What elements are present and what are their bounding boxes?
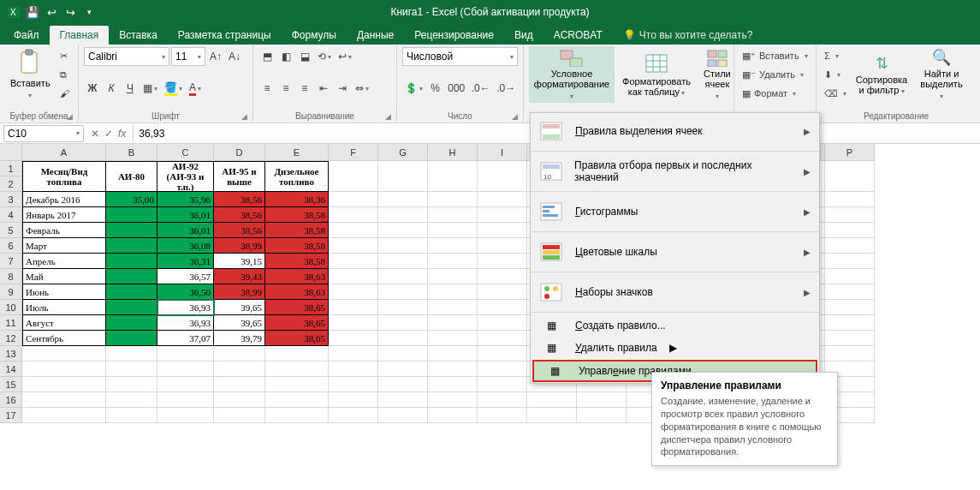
cell[interactable] — [478, 254, 527, 269]
cell[interactable] — [478, 238, 527, 254]
cell[interactable]: 35,96 — [157, 192, 214, 207]
cf-clear-rules[interactable]: ▦ Удалить правила ▶ — [531, 337, 819, 359]
cell[interactable] — [106, 269, 157, 284]
row-header[interactable]: 12 — [0, 331, 22, 346]
tell-me[interactable]: 💡Что вы хотите сделать? — [613, 26, 763, 45]
cell[interactable] — [22, 408, 106, 423]
cell[interactable]: 38,56 — [214, 207, 265, 223]
cell[interactable] — [329, 331, 378, 346]
cell[interactable] — [478, 408, 527, 423]
cell[interactable]: 39,15 — [214, 254, 265, 269]
cell[interactable] — [428, 161, 478, 192]
shrink-font-icon[interactable]: A↓ — [226, 47, 243, 66]
underline-button[interactable]: Ч — [122, 79, 139, 98]
save-icon[interactable]: 💾 — [24, 3, 41, 21]
align-top-icon[interactable]: ⬒ — [258, 47, 276, 66]
cell[interactable] — [265, 392, 329, 408]
cell[interactable] — [378, 331, 428, 346]
cell[interactable] — [329, 207, 378, 223]
row-header[interactable]: 6 — [0, 238, 22, 254]
cell[interactable]: 38,58 — [265, 207, 329, 223]
cell[interactable] — [378, 362, 428, 377]
cell[interactable] — [428, 408, 478, 423]
cell[interactable] — [106, 362, 157, 377]
increase-indent-icon[interactable]: ⇥ — [334, 79, 351, 98]
cf-top-bottom-rules[interactable]: 10 Правила отбора первых и последних зна… — [531, 153, 819, 189]
cell[interactable] — [106, 254, 157, 269]
cell[interactable]: 38,63 — [265, 269, 329, 284]
cell[interactable]: 36,01 — [157, 223, 214, 238]
italic-button[interactable]: К — [103, 79, 120, 98]
cf-data-bars[interactable]: Гистограммы ▶ — [531, 194, 819, 230]
cell[interactable] — [428, 315, 478, 331]
cell[interactable] — [378, 269, 428, 284]
cell[interactable] — [106, 223, 157, 238]
tab-home[interactable]: Главная — [50, 26, 110, 45]
row-header[interactable]: 3 — [0, 192, 22, 207]
tab-view[interactable]: Вид — [504, 26, 543, 45]
cell[interactable] — [214, 408, 265, 423]
cell[interactable] — [825, 238, 875, 254]
cancel-formula-icon[interactable]: ✕ — [91, 128, 99, 140]
cell[interactable] — [428, 269, 478, 284]
cell[interactable]: 38,99 — [214, 284, 265, 300]
cell[interactable] — [157, 392, 214, 408]
cell[interactable]: АИ-92 (АИ-93 и т.п.) — [157, 161, 214, 192]
row-header[interactable]: 7 — [0, 254, 22, 269]
cell[interactable]: 36,31 — [157, 254, 214, 269]
wrap-text-icon[interactable]: ↩ — [336, 47, 354, 66]
cell[interactable] — [825, 223, 875, 238]
cell[interactable] — [428, 362, 478, 377]
row-header[interactable]: 10 — [0, 300, 22, 315]
cell[interactable] — [157, 362, 214, 377]
row-header[interactable]: 1 — [0, 161, 22, 176]
cell[interactable]: 38,36 — [265, 192, 329, 207]
cell[interactable]: 39,79 — [214, 331, 265, 346]
align-middle-icon[interactable]: ◧ — [277, 47, 294, 66]
cell[interactable] — [106, 315, 157, 331]
column-header[interactable]: F — [329, 144, 378, 161]
cell[interactable] — [378, 238, 428, 254]
cell[interactable] — [329, 238, 378, 254]
paste-button[interactable]: Вставить — [5, 46, 56, 103]
cell[interactable]: 36,08 — [157, 238, 214, 254]
cell[interactable] — [329, 346, 378, 362]
autosum-button[interactable]: Σ — [822, 46, 849, 65]
cell[interactable]: 39,65 — [214, 300, 265, 315]
tab-formulas[interactable]: Формулы — [282, 26, 347, 45]
cell[interactable] — [378, 284, 428, 300]
fx-icon[interactable]: fx — [118, 128, 126, 140]
cell[interactable] — [478, 284, 527, 300]
cell[interactable] — [329, 300, 378, 315]
sort-filter-button[interactable]: ⇅ Сортировка и фильтр — [852, 46, 911, 103]
cf-color-scales[interactable]: Цветовые шкалы ▶ — [531, 234, 819, 270]
cell[interactable]: 38,65 — [265, 315, 329, 331]
cell[interactable] — [478, 315, 527, 331]
cell[interactable] — [428, 346, 478, 362]
cell[interactable] — [527, 392, 577, 408]
font-name-combo[interactable]: Calibri▾ — [84, 47, 169, 66]
cell[interactable]: 35,00 — [106, 192, 157, 207]
cell[interactable] — [265, 346, 329, 362]
cell[interactable] — [428, 392, 478, 408]
redo-icon[interactable]: ↪ — [62, 3, 79, 21]
delete-cells-button[interactable]: ▦⁻Удалить — [739, 65, 811, 84]
cell[interactable] — [378, 207, 428, 223]
cell[interactable]: Месяц/Вид топлива — [22, 161, 106, 192]
cell[interactable] — [214, 392, 265, 408]
cell[interactable] — [329, 223, 378, 238]
row-header[interactable]: 11 — [0, 315, 22, 331]
cell[interactable]: 39,65 — [214, 315, 265, 331]
cell[interactable]: Декабрь 2016 — [22, 192, 106, 207]
cell[interactable]: Май — [22, 269, 106, 284]
row-header[interactable]: 17 — [0, 408, 22, 423]
cell[interactable] — [378, 392, 428, 408]
cell[interactable] — [478, 362, 527, 377]
cell[interactable] — [22, 392, 106, 408]
clear-button[interactable]: ⌫ — [822, 84, 849, 103]
cell[interactable] — [329, 408, 378, 423]
cell[interactable] — [378, 346, 428, 362]
cell[interactable]: Апрель — [22, 254, 106, 269]
row-header[interactable]: 2 — [0, 176, 22, 192]
format-painter-icon[interactable]: 🖌 — [57, 84, 74, 103]
